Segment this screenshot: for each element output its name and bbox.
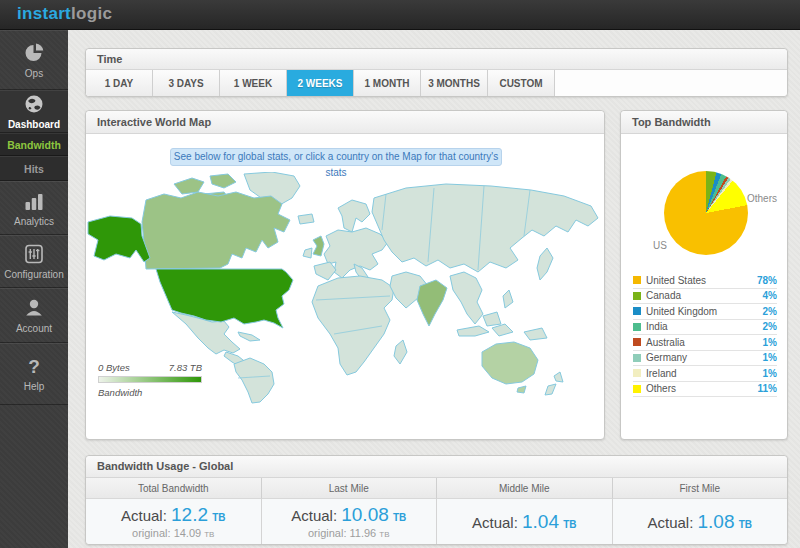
- percent-link[interactable]: 4%: [763, 290, 777, 301]
- sliders-icon: [23, 243, 45, 265]
- percent-link[interactable]: 1%: [763, 368, 777, 379]
- sidebar-item-help[interactable]: ? Help: [0, 343, 68, 405]
- time-range-buttons: 1 DAY 3 DAYS 1 WEEK 2 WEEKS 1 MONTH 3 MO…: [86, 70, 787, 96]
- pie-chart-icon: [23, 42, 45, 64]
- sidebar-item-dashboard[interactable]: Dashboard: [0, 90, 68, 133]
- percent-link[interactable]: 2%: [763, 321, 777, 332]
- legend-row-canada[interactable]: Canada 4%: [633, 289, 777, 305]
- map-region-borneo: [483, 312, 501, 326]
- map-country-alaska[interactable]: [88, 216, 150, 262]
- map-country-india[interactable]: [417, 280, 447, 326]
- percent-link[interactable]: 1%: [763, 337, 777, 348]
- unit: TB: [739, 519, 752, 530]
- time-button-2-weeks[interactable]: 2 WEEKS: [287, 70, 354, 96]
- map-panel-title: Interactive World Map: [86, 111, 604, 134]
- percent-link[interactable]: 78%: [757, 275, 777, 286]
- sidebar-label-configuration: Configuration: [4, 269, 63, 280]
- user-icon: [23, 297, 45, 319]
- swatch-australia: [633, 338, 641, 346]
- sidebar-label-analytics: Analytics: [14, 216, 54, 227]
- map-region-indonesia: [457, 326, 489, 336]
- map-country-iceland: [298, 214, 314, 224]
- top-header: instartlogic: [0, 0, 800, 30]
- swatch-others: [633, 385, 641, 393]
- percent-link[interactable]: 11%: [758, 383, 777, 394]
- pie-annotation-others: Others: [747, 193, 777, 204]
- sidebar-label-help: Help: [24, 381, 45, 392]
- column-header-total-bandwidth: Total Bandwidth: [86, 478, 262, 499]
- legend-row-australia[interactable]: Australia 1%: [633, 335, 777, 351]
- map-country-canada[interactable]: [142, 192, 290, 269]
- bandwidth-scale-legend: 0 Bytes 7.83 TB Bandwidth: [98, 362, 202, 398]
- map-region-iberia: [314, 262, 336, 280]
- unit: TB: [563, 519, 576, 530]
- legend-title: Bandwidth: [98, 387, 202, 398]
- swatch-canada: [633, 292, 641, 300]
- legend-row-ireland[interactable]: Ireland 1%: [633, 366, 777, 382]
- time-button-3-months[interactable]: 3 MONTHS: [421, 70, 488, 96]
- sidebar-label-ops: Ops: [25, 68, 43, 79]
- map-region-se-asia: [450, 272, 483, 324]
- legend-row-united-kingdom[interactable]: United Kingdom 2%: [633, 304, 777, 320]
- time-button-1-month[interactable]: 1 MONTH: [354, 70, 421, 96]
- column-header-last-mile: Last Mile: [262, 478, 438, 499]
- time-button-1-day[interactable]: 1 DAY: [86, 70, 153, 96]
- bar-chart-icon: [23, 190, 45, 212]
- sidebar-label-hits: Hits: [24, 163, 44, 175]
- usage-values-row: Actual: 12.2 TB original: 14.09 TB Actua…: [86, 499, 787, 544]
- usage-column-headers: Total Bandwidth Last Mile Middle Mile Fi…: [86, 478, 787, 499]
- percent-link[interactable]: 2%: [763, 306, 777, 317]
- sidebar-item-account[interactable]: Account: [0, 288, 68, 343]
- sidebar-item-hits[interactable]: Hits: [0, 156, 68, 181]
- map-region-scandinavia: [338, 200, 370, 232]
- legend-min-value: 0 Bytes: [98, 362, 130, 373]
- sidebar: Ops Dashboard Bandwidth Hits Analytics: [0, 30, 68, 548]
- sidebar-item-configuration[interactable]: Configuration: [0, 235, 68, 288]
- time-button-custom[interactable]: CUSTOM: [488, 70, 555, 96]
- percent-link[interactable]: 1%: [763, 352, 777, 363]
- swatch-united-kingdom: [633, 307, 641, 315]
- column-header-middle-mile: Middle Mile: [437, 478, 613, 499]
- legend-row-united-states[interactable]: United States 78%: [633, 273, 777, 289]
- legend-row-germany[interactable]: Germany 1%: [633, 351, 777, 367]
- pie-legend: United States 78% Canada 4% United Kingd…: [633, 273, 777, 397]
- map-country-japan: [537, 248, 553, 280]
- sidebar-item-analytics[interactable]: Analytics: [0, 181, 68, 235]
- sidebar-label-dashboard: Dashboard: [8, 119, 60, 130]
- usage-cell-middle-mile: Actual: 1.04 TB: [437, 499, 613, 544]
- app-logo: instartlogic: [17, 4, 112, 24]
- time-panel: Time 1 DAY 3 DAYS 1 WEEK 2 WEEKS 1 MONTH…: [85, 48, 788, 97]
- legend-row-india[interactable]: India 2%: [633, 320, 777, 336]
- map-country-new-zealand: [545, 372, 563, 395]
- swatch-united-states: [633, 276, 641, 284]
- time-panel-title: Time: [86, 49, 787, 70]
- sidebar-item-ops[interactable]: Ops: [0, 30, 68, 90]
- map-region-sulawesi: [492, 324, 513, 336]
- legend-max-value: 7.83 TB: [169, 362, 202, 373]
- unit: TB: [393, 512, 406, 523]
- column-header-first-mile: First Mile: [613, 478, 788, 499]
- usage-panel-title: Bandwidth Usage - Global: [86, 456, 787, 478]
- map-country-cuba: [238, 332, 260, 341]
- map-country-uk[interactable]: [313, 236, 324, 256]
- map-region-asia: [372, 184, 598, 272]
- swatch-india: [633, 323, 641, 331]
- map-country-usa[interactable]: [156, 269, 293, 328]
- unit: TB: [212, 512, 225, 523]
- globe-icon: [23, 93, 45, 115]
- map-region-new-guinea: [524, 328, 547, 340]
- question-mark-icon: ?: [28, 357, 40, 377]
- bandwidth-usage-panel: Bandwidth Usage - Global Total Bandwidth…: [85, 455, 788, 545]
- sidebar-item-bandwidth[interactable]: Bandwidth: [0, 133, 68, 156]
- time-button-3-days[interactable]: 3 DAYS: [153, 70, 220, 96]
- bandwidth-gradient-bar: [98, 376, 202, 383]
- usage-cell-first-mile: Actual: 1.08 TB: [613, 499, 788, 544]
- legend-row-others[interactable]: Others 11%: [633, 382, 777, 398]
- actual-value: 1.08: [698, 511, 735, 532]
- map-country-australia[interactable]: [482, 342, 538, 393]
- pie-chart[interactable]: [664, 171, 748, 255]
- map-country-madagascar: [394, 340, 407, 364]
- logo-instart: instart: [17, 4, 71, 23]
- swatch-germany: [633, 354, 641, 362]
- time-button-1-week[interactable]: 1 WEEK: [220, 70, 287, 96]
